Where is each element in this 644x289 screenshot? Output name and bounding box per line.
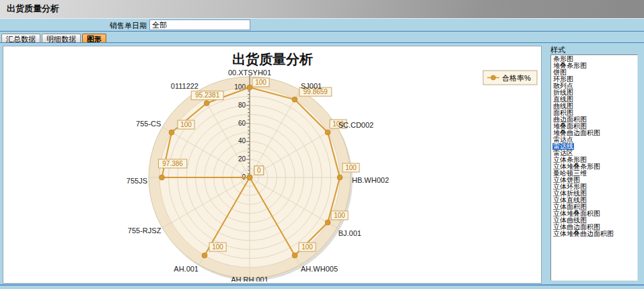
radar-point <box>337 175 343 180</box>
style-option[interactable]: 立体堆叠曲边面积图 <box>551 231 637 237</box>
category-label: SC.CD002 <box>338 121 374 129</box>
category-label: AH.RH.001 <box>231 276 269 282</box>
axis-tick-label: 60 <box>238 120 246 127</box>
category-label: 0111222 <box>171 82 199 90</box>
value-label: 100 <box>180 121 192 128</box>
tab-page-chart: 出货质量分析02040608010010099.8659100100100100… <box>0 42 644 284</box>
category-label: 755-CS <box>136 120 161 128</box>
category-label: AH.001 <box>174 265 199 273</box>
style-panel: 样式 条形图堆叠条形图饼图环形图散列点折线图直线图曲线图面积图曲边面积图堆叠面积… <box>543 44 643 283</box>
value-label: 100 <box>301 243 313 251</box>
radar-point <box>159 175 165 180</box>
category-label: 755JS <box>127 177 147 185</box>
value-label: 97.386 <box>162 160 183 167</box>
category-label: BJ.001 <box>338 229 361 237</box>
chart-title: 出货质量分析 <box>232 51 313 67</box>
filter-bar: 销售单日期 <box>0 18 644 31</box>
radar-point <box>325 130 330 135</box>
category-label: SJ001 <box>301 82 322 90</box>
value-label: 100 <box>334 212 345 219</box>
status-bar <box>0 284 644 289</box>
legend-label: 合格率% <box>502 74 531 82</box>
axis-tick-label: 20 <box>238 155 246 163</box>
radar-point <box>325 220 330 225</box>
value-label: 95.2381 <box>195 91 220 99</box>
chart-panel: 出货质量分析02040608010010099.8659100100100100… <box>3 46 542 284</box>
chart-style-listbox[interactable]: 条形图堆叠条形图饼图环形图散列点折线图直线图曲线图面积图曲边面积图堆叠面积图堆叠… <box>550 54 638 281</box>
category-label: HB.WH002 <box>352 176 389 184</box>
category-label: 755-RJSZ <box>128 226 162 235</box>
radar-point <box>247 85 252 90</box>
value-label: 100 <box>212 243 223 251</box>
window-title: 出货质量分析 <box>0 0 59 17</box>
radar-point <box>247 175 252 180</box>
tab-bar: 汇总数据明细数据图形 <box>0 31 644 42</box>
window-titlebar: 出货质量分析 <box>0 0 644 18</box>
category-label: 00.XTSYH01 <box>228 69 271 77</box>
value-label: 100 <box>255 79 266 86</box>
sales-date-input[interactable] <box>149 19 250 30</box>
radar-point <box>204 100 209 106</box>
radar-chart: 出货质量分析02040608010010099.8659100100100100… <box>3 46 540 282</box>
value-label: 0 <box>257 167 261 174</box>
axis-tick-label: 40 <box>238 137 246 144</box>
radar-point <box>292 97 297 102</box>
radar-point <box>169 130 174 135</box>
radar-point <box>292 253 297 258</box>
sales-date-label: 销售单日期 <box>81 21 147 31</box>
axis-tick-label: 80 <box>238 101 246 109</box>
radar-point <box>202 253 207 258</box>
style-panel-title: 样式 <box>550 45 643 55</box>
value-label: 100 <box>345 164 357 171</box>
category-label: AH.WH005 <box>301 265 338 273</box>
legend-marker-dot <box>491 75 496 80</box>
